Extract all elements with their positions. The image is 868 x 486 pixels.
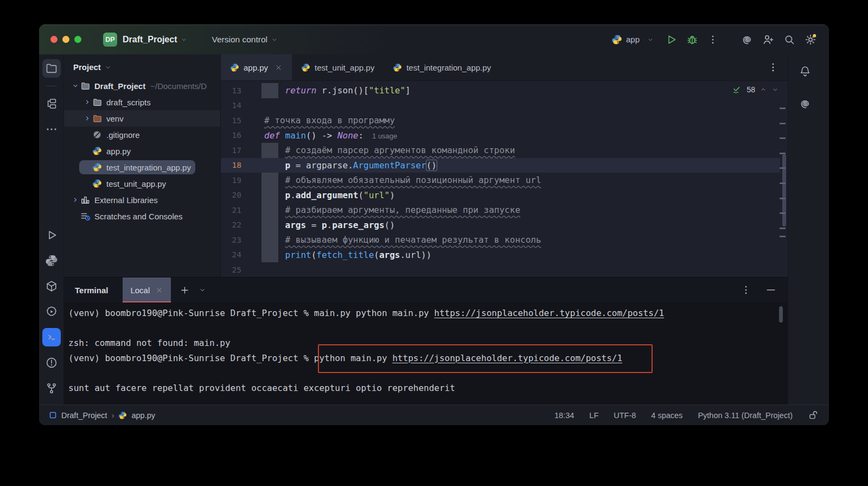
fullscreen-window-button[interactable] xyxy=(74,36,81,43)
terminal-output[interactable]: (venv) boombro190@Pink-Sunrise Draft_Pro… xyxy=(64,302,788,405)
minimize-window-button[interactable] xyxy=(62,36,69,43)
status-item[interactable]: 18:34 xyxy=(554,411,574,420)
run-button[interactable] xyxy=(665,33,678,46)
breadcrumb-file[interactable]: app.py xyxy=(131,411,155,420)
inspections-widget[interactable]: 58 xyxy=(731,84,779,95)
unlock-icon[interactable] xyxy=(808,409,819,421)
terminal-scrollbar[interactable] xyxy=(779,306,783,323)
folder-orange-icon xyxy=(92,113,103,124)
run-configuration-selector[interactable]: app xyxy=(611,34,654,45)
tree-item-test-unit-app-py[interactable]: test_unit_app.py xyxy=(64,175,220,192)
chevron-right-icon[interactable] xyxy=(71,197,80,203)
sidebar-item-problems[interactable] xyxy=(42,354,61,372)
more-vertical-icon[interactable] xyxy=(707,34,719,46)
editor-tab-app-py[interactable]: app.py xyxy=(221,54,292,80)
terminal-title[interactable]: Terminal xyxy=(75,286,108,295)
chevron-down-icon[interactable] xyxy=(199,286,206,294)
more-vertical-icon[interactable] xyxy=(740,284,752,296)
python-file-icon xyxy=(92,146,103,156)
chevron-right-icon[interactable] xyxy=(82,115,92,122)
editor-tab-test-unit-app-py[interactable]: test_unit_app.py xyxy=(292,54,384,80)
error-stripe-mark[interactable] xyxy=(780,137,786,139)
tree-item--gitignore[interactable]: .gitignore xyxy=(64,127,220,143)
error-stripe-mark[interactable] xyxy=(780,123,786,124)
ai-assistant-icon[interactable] xyxy=(741,33,754,46)
terminal-tab-local[interactable]: Local xyxy=(123,277,171,302)
tree-item-draft-scripts[interactable]: draft_scripts xyxy=(64,94,220,110)
version-control-menu[interactable]: Version control xyxy=(212,35,267,45)
breadcrumb-project[interactable]: Draft_Project xyxy=(61,411,107,420)
libraries-icon xyxy=(80,194,91,205)
code-line-14[interactable]: 14 xyxy=(221,98,788,113)
close-icon[interactable] xyxy=(275,64,283,72)
code-line-19[interactable]: 19 # объявляем обязательный позиционный … xyxy=(221,173,788,188)
sidebar-item-notifications[interactable] xyxy=(796,62,814,80)
error-stripe-mark[interactable] xyxy=(780,167,786,169)
sidebar-item-python-console[interactable] xyxy=(42,200,61,219)
sidebar-item-dependencies[interactable] xyxy=(42,277,61,295)
sidebar-item-project[interactable] xyxy=(42,59,61,78)
chevron-down-icon[interactable] xyxy=(71,83,80,89)
debug-button[interactable] xyxy=(686,33,699,46)
project-panel-title[interactable]: Project xyxy=(73,62,101,72)
error-stripe-mark[interactable] xyxy=(780,198,786,199)
code-line-22[interactable]: 22 args = p.parse_args() xyxy=(221,218,788,233)
code-line-20[interactable]: 20 p.add_argument("url") xyxy=(221,188,788,203)
code-line-15[interactable]: 15# точка входа в программу xyxy=(221,113,788,128)
chevron-down-icon[interactable] xyxy=(771,86,779,93)
hide-panel-button[interactable] xyxy=(765,284,777,296)
chevron-right-icon[interactable] xyxy=(82,99,92,105)
sidebar-item-run[interactable] xyxy=(42,226,61,244)
tree-item-venv[interactable]: venv xyxy=(64,110,220,127)
new-terminal-button[interactable] xyxy=(180,285,190,295)
project-avatar[interactable]: DP xyxy=(103,33,117,47)
error-stripe-mark[interactable] xyxy=(780,228,786,229)
tree-item-draft-project[interactable]: Draft_Project~/Documents/D xyxy=(64,78,220,94)
status-item[interactable]: UTF-8 xyxy=(614,411,636,420)
code-line-17[interactable]: 17 # создаём парсер аргументов командной… xyxy=(221,143,788,158)
chevron-up-icon[interactable] xyxy=(760,86,767,93)
sidebar-item-services[interactable] xyxy=(42,302,61,321)
close-window-button[interactable] xyxy=(50,36,58,43)
settings-icon[interactable] xyxy=(804,33,817,46)
code-editor[interactable]: 13 return r.json()["title"]1415# точка в… xyxy=(221,81,788,277)
breadcrumb[interactable]: Draft_Project › app.py xyxy=(49,411,155,420)
status-item[interactable]: 4 spaces xyxy=(651,411,682,420)
usages-inlay-hint[interactable]: 1 usage xyxy=(372,132,397,140)
error-stripe-mark[interactable] xyxy=(780,236,786,237)
code-line-18[interactable]: 18 p = argparse.ArgumentParser() xyxy=(221,158,788,173)
code-line-25[interactable]: 25 xyxy=(221,262,788,277)
terminal-url-link[interactable]: https://jsonplaceholder.typicode.com/pos… xyxy=(434,308,664,318)
sidebar-item-terminal[interactable] xyxy=(42,328,61,346)
sidebar-item-ai-assistant[interactable] xyxy=(796,94,814,113)
error-stripe-mark[interactable] xyxy=(780,182,786,184)
sidebar-item-more-tool-windows[interactable] xyxy=(42,120,61,138)
tree-item-test-integration-app-py[interactable]: test_integration_app.py xyxy=(64,159,220,175)
add-user-icon[interactable] xyxy=(762,33,775,46)
editor-scrollbar[interactable] xyxy=(782,154,786,226)
status-item[interactable]: LF xyxy=(589,411,598,420)
more-h-icon xyxy=(45,123,58,136)
error-stripe-mark[interactable] xyxy=(780,153,786,154)
code-line-23[interactable]: 23 # вызываем функцию и печатаем результ… xyxy=(221,232,788,248)
search-icon[interactable] xyxy=(783,33,796,46)
close-icon[interactable] xyxy=(155,286,163,294)
code-line-16[interactable]: 16def main() -> None:1 usage xyxy=(221,128,788,143)
editor-tab-test-integration-app-py[interactable]: test_integration_app.py xyxy=(384,54,500,80)
tree-item-external-libraries[interactable]: External Libraries xyxy=(64,192,220,208)
tab-label: app.py xyxy=(244,63,268,72)
sidebar-item-structure[interactable] xyxy=(42,94,61,113)
more-vertical-icon[interactable] xyxy=(767,54,779,80)
status-item[interactable]: Python 3.11 (Draft_Project) xyxy=(698,411,793,420)
tree-item-scratches-and-consoles[interactable]: Scratches and Consoles xyxy=(64,208,220,224)
code-line-24[interactable]: 24 print(fetch_title(args.url)) xyxy=(221,248,788,263)
error-stripe-mark[interactable] xyxy=(780,212,786,214)
code-line-21[interactable]: 21 # разбираем аргументы, переданные при… xyxy=(221,203,788,218)
bell-icon xyxy=(799,65,812,78)
error-stripe-mark[interactable] xyxy=(780,108,786,109)
sidebar-item-version-control[interactable] xyxy=(42,379,61,397)
sidebar-item-python-packages[interactable] xyxy=(42,251,61,270)
tree-item-app-py[interactable]: app.py xyxy=(64,143,220,159)
project-name-menu[interactable]: Draft_Project xyxy=(123,35,177,45)
code-line-13[interactable]: 13 return r.json()["title"] xyxy=(221,83,788,98)
